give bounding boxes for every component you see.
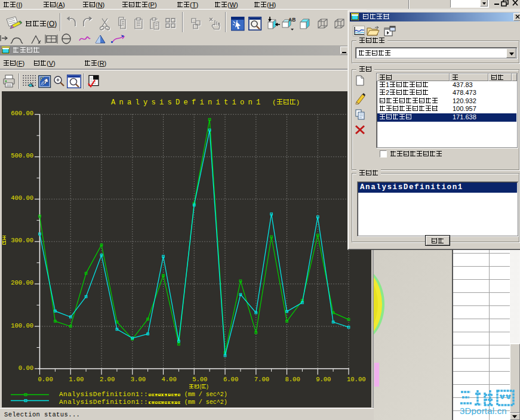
svg-text:7.00: 7.00	[254, 376, 269, 383]
svg-text:AB: AB	[288, 17, 296, 23]
svg-text:400.00: 400.00	[11, 194, 33, 202]
svg-text:100.00: 100.00	[11, 322, 33, 329]
svg-text:8.00: 8.00	[285, 376, 300, 383]
svg-text:0.00: 0.00	[38, 376, 53, 383]
svg-text:3.00: 3.00	[131, 376, 146, 383]
svg-text:3Dportal.cn: 3Dportal.cn	[460, 406, 507, 415]
svg-text:5.00: 5.00	[192, 376, 207, 383]
svg-text:0.00: 0.00	[19, 365, 33, 372]
svg-text:200.00: 200.00	[11, 279, 33, 286]
svg-text:600.00: 600.00	[11, 110, 33, 117]
svg-text:6.00: 6.00	[223, 376, 238, 383]
svg-text:10.00: 10.00	[347, 376, 366, 383]
svg-text:300.00: 300.00	[11, 237, 33, 244]
svg-text:1.00: 1.00	[69, 376, 84, 383]
svg-text:4.00: 4.00	[162, 376, 177, 383]
svg-text:2.00: 2.00	[100, 376, 115, 383]
svg-text:500.00: 500.00	[11, 152, 33, 159]
svg-text:9.00: 9.00	[316, 376, 331, 383]
